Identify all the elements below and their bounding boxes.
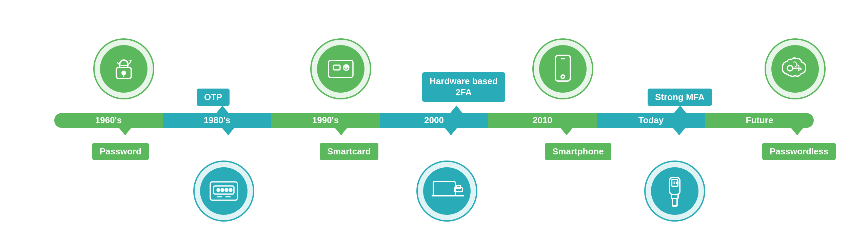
timeline-bar: 1960's 1980's 1990's 2000 2010 Today Fut…	[54, 113, 814, 128]
svg-point-16	[221, 189, 224, 191]
circle-lock	[93, 38, 154, 99]
label-smartphone: Smartphone	[545, 143, 611, 160]
svg-point-17	[225, 189, 228, 191]
label-passwordless: Passwordless	[762, 143, 836, 160]
svg-rect-22	[433, 182, 455, 196]
circle-smartphone	[532, 38, 593, 99]
svg-point-18	[229, 189, 232, 191]
circle-smartcard-reader	[310, 38, 371, 99]
arrow-up-hw2fa	[450, 106, 462, 113]
segment-1990s: 1990's	[271, 113, 380, 128]
circle-brain-key	[765, 38, 826, 99]
segment-2000: 2000	[380, 113, 488, 128]
svg-point-8	[561, 75, 565, 78]
svg-point-9	[787, 65, 793, 71]
arrow-up-otp	[216, 106, 229, 113]
label-password: Password	[92, 143, 149, 160]
segment-2010: 2010	[488, 113, 597, 128]
label-otp: OTP	[197, 89, 230, 106]
arrow-down-1980s	[222, 128, 234, 135]
svg-rect-21	[433, 182, 455, 196]
arrow-down-2000	[445, 128, 457, 135]
label-smartcard: Smartcard	[320, 143, 378, 160]
arrow-down-2010	[560, 128, 573, 135]
circle-password-display	[193, 160, 254, 222]
arrow-up-strongmfa	[674, 106, 686, 113]
segment-today: Today	[597, 113, 705, 128]
label-hardware-2fa: Hardware based2FA	[422, 72, 505, 102]
svg-point-1	[122, 71, 125, 75]
circle-usb-key	[644, 160, 705, 222]
svg-rect-2	[329, 60, 353, 77]
timeline-container: 1960's 1980's 1990's 2000 2010 Today Fut…	[27, 4, 841, 242]
segment-future: Future	[705, 113, 814, 128]
label-strong-mfa: Strong MFA	[648, 89, 712, 106]
segment-1980s: 1980's	[163, 113, 271, 128]
svg-rect-3	[333, 65, 340, 70]
arrow-down-future	[791, 128, 803, 135]
segment-1960s: 1960's	[54, 113, 163, 128]
circle-laptop-usb	[416, 160, 477, 222]
arrow-down-today	[673, 128, 685, 135]
svg-point-15	[217, 189, 220, 191]
arrow-down-1990s	[335, 128, 347, 135]
arrow-down-1960s	[119, 128, 131, 135]
svg-point-5	[346, 67, 347, 68]
svg-rect-32	[672, 198, 677, 206]
